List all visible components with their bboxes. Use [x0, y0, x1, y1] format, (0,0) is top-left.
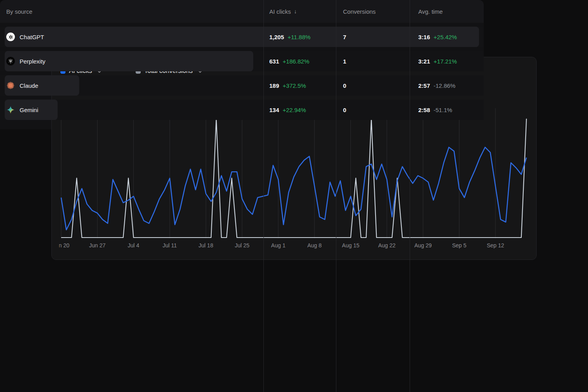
column-divider — [336, 0, 336, 129]
table-row[interactable]: Perplexity 631 +186.82% 1 3:21 +17.21% — [0, 51, 484, 71]
avg-time-delta: -51.1% — [434, 107, 452, 113]
conversions-cell: 1 — [343, 51, 346, 71]
conversions-value: 1 — [343, 58, 346, 65]
clicks-bar — [5, 27, 479, 47]
clicks-value: 631 — [269, 58, 279, 65]
x-tick-label: Aug 8 — [307, 242, 322, 249]
avg-time-delta: -12.86% — [434, 82, 456, 89]
conversions-value: 0 — [343, 82, 346, 89]
x-tick-label: Jul 18 — [199, 242, 213, 249]
x-tick-label: Aug 1 — [271, 242, 286, 249]
source-cell: Gemini — [6, 100, 38, 120]
ai-clicks-cell: 631 +186.82% — [269, 51, 309, 71]
sort-descending-icon: ↓ — [294, 8, 297, 15]
table-row[interactable]: Claude 189 +372.5% 0 2:57 -12.86% — [0, 75, 484, 96]
clicks-delta: +186.82% — [283, 58, 309, 65]
column-divider — [410, 0, 410, 129]
claude-icon — [6, 81, 15, 90]
clicks-value: 1,205 — [269, 34, 284, 40]
chart-x-axis: Jun 20Jun 27Jul 4Jul 11Jul 18Jul 25Aug 1… — [59, 242, 530, 251]
source-label: ChatGPT — [20, 34, 44, 40]
clicks-value: 189 — [269, 82, 279, 89]
clicks-delta: +22.94% — [283, 107, 306, 113]
avg-time-value: 2:57 — [418, 82, 430, 89]
x-tick-label: Aug 15 — [342, 242, 359, 249]
column-divider — [263, 0, 264, 129]
conversions-cell: 7 — [343, 27, 346, 47]
conversions-cell: 0 — [343, 75, 346, 96]
x-tick-label: Aug 29 — [414, 242, 432, 249]
clicks-value: 134 — [269, 107, 279, 113]
header-label: AI clicks — [269, 8, 291, 15]
chart-svg — [59, 108, 530, 238]
avg-time-cell: 2:58 -51.1% — [418, 100, 452, 120]
chatgpt-icon — [6, 33, 15, 41]
header-label: By source — [6, 8, 33, 15]
table-row[interactable]: ChatGPT 1,205 +11.88% 7 3:16 +25.42% — [0, 27, 484, 47]
line-chart[interactable] — [59, 108, 530, 238]
avg-time-cell: 3:21 +17.21% — [418, 51, 457, 71]
gemini-icon — [6, 105, 15, 114]
avg-time-value: 2:58 — [418, 107, 430, 113]
avg-time-delta: +17.21% — [434, 58, 457, 65]
ai-clicks-cell: 134 +22.94% — [269, 100, 306, 120]
avg-time-delta: +25.42% — [434, 34, 457, 40]
avg-time-value: 3:16 — [418, 34, 430, 40]
x-tick-label: Jun 20 — [59, 242, 69, 249]
clicks-delta: +11.88% — [288, 34, 311, 40]
ai-clicks-line — [61, 147, 526, 230]
by-source-table: By source AI clicks ↓ Conversions Avg. t… — [0, 0, 484, 129]
x-tick-label: Jul 11 — [163, 242, 177, 249]
ai-clicks-cell: 189 +372.5% — [269, 75, 306, 96]
table-header-row: By source AI clicks ↓ Conversions Avg. t… — [0, 0, 484, 23]
x-tick-label: Jun 27 — [89, 242, 105, 249]
x-tick-label: Sep 12 — [487, 242, 504, 249]
source-label: Perplexity — [20, 58, 45, 65]
avg-time-cell: 2:57 -12.86% — [418, 75, 456, 96]
header-label: Conversions — [343, 8, 376, 15]
x-tick-label: Aug 22 — [378, 242, 396, 249]
x-tick-label: Jul 25 — [235, 242, 249, 249]
conversions-cell: 0 — [343, 100, 346, 120]
conversions-value: 7 — [343, 34, 346, 40]
perplexity-icon — [6, 57, 15, 65]
clicks-delta: +372.5% — [283, 82, 306, 89]
source-cell: Claude — [6, 75, 38, 96]
avg-time-cell: 3:16 +25.42% — [418, 27, 457, 47]
x-tick-label: Jul 4 — [128, 242, 140, 249]
source-cell: Perplexity — [6, 51, 45, 71]
source-label: Gemini — [20, 107, 38, 113]
header-conversions[interactable]: Conversions — [343, 0, 376, 23]
header-by-source: By source — [6, 0, 33, 23]
conversions-value: 0 — [343, 107, 346, 113]
table-row[interactable]: Gemini 134 +22.94% 0 2:58 -51.1% — [0, 100, 484, 120]
header-label: Avg. time — [418, 8, 443, 15]
header-avg-time[interactable]: Avg. time — [418, 0, 443, 23]
header-ai-clicks[interactable]: AI clicks ↓ — [269, 0, 297, 23]
ai-clicks-cell: 1,205 +11.88% — [269, 27, 310, 47]
x-tick-label: Sep 5 — [452, 242, 466, 249]
avg-time-value: 3:21 — [418, 58, 430, 65]
source-cell: ChatGPT — [6, 27, 44, 47]
source-label: Claude — [20, 82, 38, 89]
